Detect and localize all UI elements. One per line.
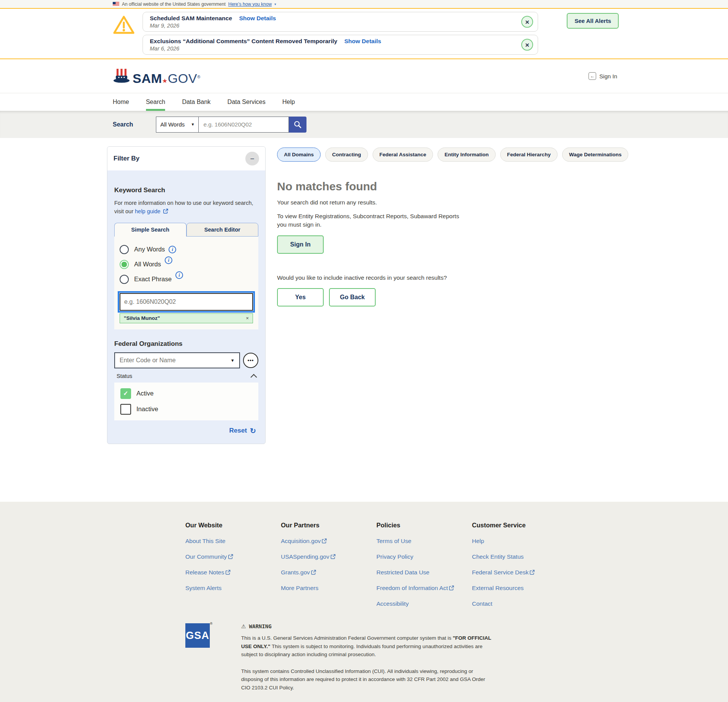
how-you-know-link[interactable]: Here’s how you know	[228, 2, 272, 7]
footer-link-help[interactable]: Help	[472, 538, 567, 545]
external-link-icon	[331, 554, 336, 559]
radio-any-words[interactable]	[120, 245, 129, 254]
results-area: All Domains Contracting Federal Assistan…	[277, 146, 628, 306]
status-option-active[interactable]: ✓ Active	[120, 388, 252, 399]
more-options-button[interactable]: •••	[243, 353, 258, 368]
status-option-inactive[interactable]: Inactive	[120, 404, 252, 415]
alert-list: Scheduled SAM Maintenance Show Details M…	[143, 12, 538, 55]
show-details-link[interactable]: Show Details	[344, 38, 381, 44]
footer-column-policies: Policies Terms of Use Privacy Policy Res…	[376, 522, 472, 607]
close-icon: ✕	[525, 19, 530, 25]
tab-simple-search[interactable]: Simple Search	[114, 223, 186, 237]
domain-tab-wage-determinations[interactable]: Wage Determinations	[562, 148, 629, 162]
footer-link-check-entity-status[interactable]: Check Entity Status	[472, 553, 567, 560]
domain-tab-contracting[interactable]: Contracting	[325, 148, 368, 162]
external-link-icon	[449, 585, 454, 590]
alert-title: Scheduled SAM Maintenance	[150, 15, 232, 21]
yes-button[interactable]: Yes	[277, 288, 324, 306]
nav-item-search[interactable]: Search	[146, 93, 165, 111]
footer-link-grants-gov[interactable]: Grants.gov	[281, 569, 376, 576]
footer-link-terms-of-use[interactable]: Terms of Use	[376, 538, 472, 545]
reset-refresh-icon[interactable]: ↻	[250, 426, 256, 435]
alert-dismiss-button[interactable]: ✕	[521, 16, 533, 28]
footer-link-our-community[interactable]: Our Community	[185, 553, 281, 560]
gsa-logo: GSA ®	[185, 623, 210, 648]
footer-heading: Customer Service	[472, 522, 567, 529]
sign-in-label: Sign In	[599, 73, 617, 79]
search-mode-select[interactable]: All Words ▼	[156, 117, 199, 133]
gsa-registered-mark: ®	[210, 622, 213, 626]
footer-link-contact[interactable]: Contact	[472, 600, 567, 607]
nav-item-data-services[interactable]: Data Services	[227, 93, 266, 111]
alert-date: Mar 9, 2026	[150, 23, 515, 29]
checkbox-inactive-unchecked[interactable]	[120, 404, 131, 415]
main-nav: Home Search Data Bank Data Services Help	[0, 93, 728, 111]
collapse-filter-button[interactable]: −	[245, 152, 259, 165]
go-back-button[interactable]: Go Back	[329, 288, 376, 306]
uncle-sam-hat-icon	[113, 67, 130, 85]
radio-any-words-label: Any Words	[134, 246, 165, 253]
checkbox-active-checked[interactable]: ✓	[120, 388, 131, 399]
footer-link-federal-service-desk[interactable]: Federal Service Desk	[472, 569, 567, 576]
search-submit-button[interactable]	[289, 117, 306, 133]
footer-column-our-website: Our Website About This Site Our Communit…	[185, 522, 281, 607]
footer-heading: Policies	[376, 522, 472, 529]
radio-all-words-label: All Words	[134, 261, 161, 268]
header-sign-in-link[interactable]: ← Sign In	[589, 72, 617, 80]
nav-item-data-bank[interactable]: Data Bank	[182, 93, 211, 111]
footer-link-system-alerts[interactable]: System Alerts	[185, 585, 281, 592]
search-icon	[293, 120, 302, 129]
simple-search-panel: Any Words i All Words i Exact Phrase i	[114, 237, 258, 329]
footer-link-accessibility[interactable]: Accessibility	[376, 600, 472, 607]
show-details-link[interactable]: Show Details	[239, 15, 276, 21]
info-icon[interactable]: i	[175, 271, 183, 279]
chevron-down-icon: ▾	[274, 2, 276, 6]
domain-tabs: All Domains Contracting Federal Assistan…	[277, 148, 628, 162]
federal-orgs-heading: Federal Organizations	[114, 340, 258, 348]
footer-heading: Our Website	[185, 522, 281, 529]
footer-link-usaspending-gov[interactable]: USASpending.gov	[281, 553, 376, 560]
warning-paragraph-1: This is a U.S. General Services Administ…	[241, 634, 491, 659]
nav-item-help[interactable]: Help	[282, 93, 295, 111]
alert-item: Scheduled SAM Maintenance Show Details M…	[143, 12, 538, 32]
nav-item-home[interactable]: Home	[113, 93, 129, 111]
footer-link-release-notes[interactable]: Release Notes	[185, 569, 281, 576]
info-icon[interactable]: i	[165, 256, 172, 264]
help-guide-link[interactable]: help guide	[135, 208, 161, 214]
alert-dismiss-button[interactable]: ✕	[521, 39, 533, 51]
keyword-search-input[interactable]	[120, 293, 253, 311]
domain-tab-federal-assistance[interactable]: Federal Assistance	[373, 148, 433, 162]
sign-in-required-text: To view Entity Registrations, Subcontrac…	[277, 212, 470, 229]
radio-all-words[interactable]	[120, 260, 129, 269]
footer-link-restricted-data-use[interactable]: Restricted Data Use	[376, 569, 472, 576]
footer-link-about-this-site[interactable]: About This Site	[185, 538, 281, 545]
sign-in-button[interactable]: Sign In	[277, 235, 324, 254]
footer-link-acquisition-gov[interactable]: Acquisition.gov	[281, 538, 376, 545]
footer-link-more-partners[interactable]: More Partners	[281, 585, 376, 592]
gov-banner-text: An official website of the United States…	[122, 2, 225, 7]
footer-link-external-resources[interactable]: External Resources	[472, 585, 567, 592]
federal-orgs-combobox[interactable]: ▼	[114, 352, 240, 368]
check-icon: ✓	[123, 390, 128, 397]
federal-orgs-input[interactable]	[120, 357, 230, 364]
warning-paragraph-2: This system contains Controlled Unclassi…	[241, 667, 491, 692]
footer-link-foia[interactable]: Freedom of Information Act	[376, 585, 472, 592]
reset-filters-link[interactable]: Reset	[229, 427, 247, 434]
keyword-search-heading: Keyword Search	[114, 186, 258, 194]
domain-tab-all-domains[interactable]: All Domains	[277, 148, 321, 162]
remove-tag-icon[interactable]: ×	[246, 315, 249, 321]
dropdown-arrow-icon[interactable]: ▼	[230, 358, 235, 363]
see-all-alerts-button[interactable]: See All Alerts	[567, 13, 619, 29]
status-options: ✓ Active Inactive	[114, 383, 258, 420]
footer-link-privacy-policy[interactable]: Privacy Policy	[376, 553, 472, 560]
sam-gov-logo[interactable]: SAM★GOV®	[113, 67, 201, 85]
top-search-input[interactable]	[199, 117, 289, 133]
domain-tab-federal-hierarchy[interactable]: Federal Hierarchy	[500, 148, 558, 162]
info-icon[interactable]: i	[169, 246, 176, 253]
radio-exact-phrase[interactable]	[120, 275, 129, 284]
checkbox-inactive-label: Inactive	[136, 405, 158, 413]
checkbox-active-label: Active	[136, 390, 154, 397]
chevron-up-icon[interactable]	[251, 374, 257, 380]
tab-search-editor[interactable]: Search Editor	[186, 223, 259, 237]
domain-tab-entity-information[interactable]: Entity Information	[438, 148, 496, 162]
